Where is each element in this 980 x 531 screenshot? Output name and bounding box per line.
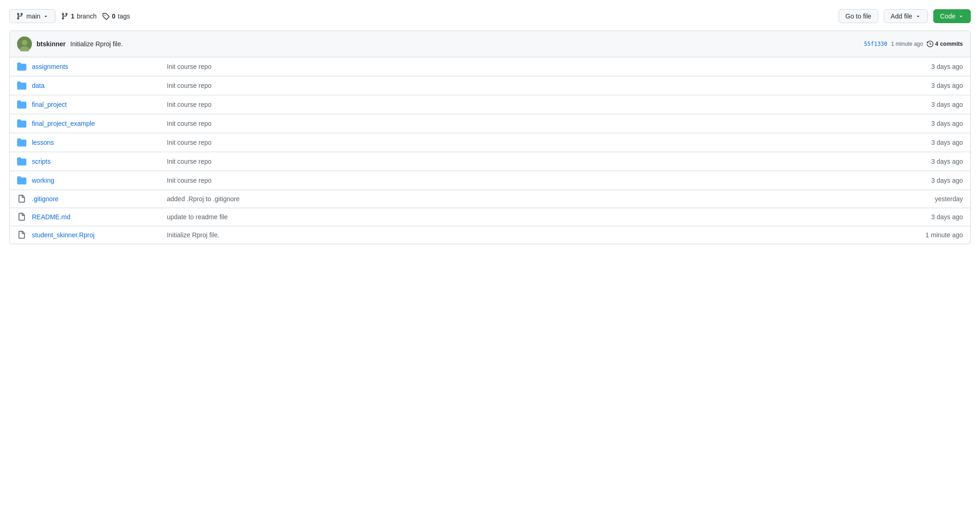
add-file-label: Add file: [891, 12, 913, 20]
file-timestamp: 3 days ago: [907, 177, 963, 184]
code-chevron-icon: [958, 13, 964, 19]
file-icon: [17, 195, 26, 203]
avatar-image: [17, 37, 32, 51]
file-commit-message: Init course repo: [167, 177, 902, 184]
file-name[interactable]: data: [32, 82, 161, 89]
file-timestamp: 1 minute ago: [907, 231, 963, 239]
file-timestamp: 3 days ago: [907, 139, 963, 146]
folder-icon: [17, 138, 26, 147]
branch-selector[interactable]: main: [9, 9, 55, 23]
table-row: final_projectInit course repo3 days ago: [10, 95, 970, 114]
goto-file-button[interactable]: Go to file: [839, 9, 878, 23]
branch-count-label: branch: [77, 12, 97, 20]
table-row: student_skinner.RprojInitialize Rproj fi…: [10, 226, 970, 244]
file-commit-message: Initialize Rproj file.: [167, 231, 902, 239]
folder-icon: [17, 157, 26, 166]
file-timestamp: 3 days ago: [907, 82, 963, 89]
file-commit-message: Init course repo: [167, 101, 902, 108]
tag-count-label: tags: [118, 12, 130, 20]
folder-icon: [17, 176, 26, 185]
commits-link[interactable]: 4 commits: [927, 41, 963, 47]
branch-name: main: [26, 12, 40, 20]
commit-time: 1 minute ago: [891, 41, 923, 47]
branch-count-number: 1: [71, 12, 74, 20]
svg-point-1: [22, 40, 27, 45]
table-row: assignmentsInit course repo3 days ago: [10, 57, 970, 76]
folder-icon: [17, 62, 26, 71]
branch-icon: [16, 12, 24, 20]
table-row: final_project_exampleInit course repo3 d…: [10, 114, 970, 133]
repo-table: btskinner Initialize Rproj file. 55f1330…: [9, 31, 971, 244]
toolbar: main 1 branch 0 tags Go to file Add file…: [9, 9, 971, 23]
history-icon: [927, 41, 933, 47]
file-commit-message: Init course repo: [167, 139, 902, 146]
file-commit-message: Init course repo: [167, 120, 902, 127]
chevron-down-icon: [43, 13, 49, 19]
folder-icon: [17, 100, 26, 109]
file-timestamp: 3 days ago: [907, 120, 963, 127]
table-row: README.mdupdate to readme file3 days ago: [10, 208, 970, 226]
file-name[interactable]: scripts: [32, 158, 161, 165]
commit-meta: 55f1330 1 minute ago 4 commits: [864, 41, 963, 47]
file-name[interactable]: lessons: [32, 139, 161, 146]
tag-count-link[interactable]: 0 tags: [102, 12, 130, 20]
commit-message: Initialize Rproj file.: [70, 40, 123, 48]
file-name[interactable]: working: [32, 177, 161, 184]
table-row: lessonsInit course repo3 days ago: [10, 133, 970, 152]
file-commit-message: added .Rproj to .gitignore: [167, 195, 902, 203]
code-label: Code: [940, 12, 956, 20]
file-timestamp: 3 days ago: [907, 101, 963, 108]
folder-icon: [17, 119, 26, 128]
file-name[interactable]: assignments: [32, 63, 161, 70]
file-name[interactable]: student_skinner.Rproj: [32, 231, 161, 239]
commit-header: btskinner Initialize Rproj file. 55f1330…: [10, 31, 970, 57]
file-list: assignmentsInit course repo3 days ago da…: [10, 57, 970, 244]
code-button[interactable]: Code: [933, 9, 971, 23]
folder-icon: [17, 81, 26, 90]
file-commit-message: Init course repo: [167, 158, 902, 165]
branch-count-link[interactable]: 1 branch: [61, 12, 97, 20]
file-timestamp: 3 days ago: [907, 158, 963, 165]
commit-hash[interactable]: 55f1330: [864, 41, 888, 47]
file-icon: [17, 213, 26, 221]
commit-author[interactable]: btskinner: [37, 40, 66, 48]
commits-label: commits: [940, 41, 963, 47]
file-timestamp: yesterday: [907, 195, 963, 203]
file-name[interactable]: README.md: [32, 213, 161, 221]
file-commit-message: update to readme file: [167, 213, 902, 221]
goto-file-label: Go to file: [845, 12, 871, 20]
file-timestamp: 3 days ago: [907, 63, 963, 70]
table-row: .gitignoreadded .Rproj to .gitignoreyest…: [10, 190, 970, 208]
commits-count: 4: [935, 41, 938, 47]
avatar: [17, 37, 32, 51]
file-name[interactable]: .gitignore: [32, 195, 161, 203]
table-row: scriptsInit course repo3 days ago: [10, 152, 970, 171]
tag-count-number: 0: [112, 12, 116, 20]
file-commit-message: Init course repo: [167, 63, 902, 70]
file-timestamp: 3 days ago: [907, 213, 963, 221]
add-file-chevron-icon: [915, 13, 921, 19]
file-name[interactable]: final_project_example: [32, 120, 161, 127]
table-row: workingInit course repo3 days ago: [10, 171, 970, 190]
add-file-button[interactable]: Add file: [884, 9, 928, 23]
file-icon: [17, 231, 26, 239]
tag-icon: [102, 12, 110, 20]
file-name[interactable]: final_project: [32, 101, 161, 108]
table-row: dataInit course repo3 days ago: [10, 76, 970, 95]
branch-count-icon: [61, 12, 68, 20]
file-commit-message: Init course repo: [167, 82, 902, 89]
